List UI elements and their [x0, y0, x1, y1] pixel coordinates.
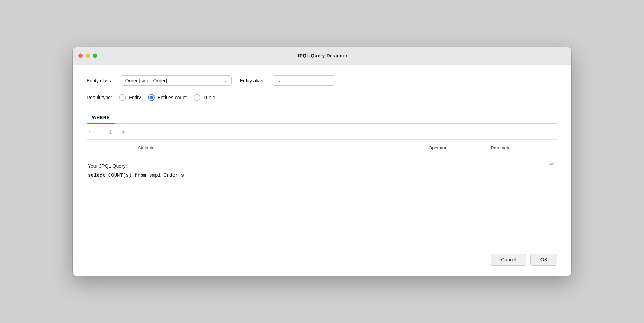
result-type-label: Result type: [87, 95, 112, 100]
window-title: JPQL Query Designer [297, 53, 347, 58]
dialog-content: Entity class: Order [smpl_Order] ⌄ Entit… [73, 65, 571, 276]
where-toolbar: + − [87, 124, 557, 140]
tabs-container: WHERE [87, 111, 557, 124]
tab-list: WHERE [87, 111, 557, 124]
entity-class-row: Entity class: Order [smpl_Order] ⌄ Entit… [87, 75, 557, 86]
result-type-radio-group: Entity Entities count Tuple [119, 94, 215, 101]
radio-entities-count[interactable]: Entities count [148, 94, 187, 101]
move-up-button[interactable] [106, 128, 115, 137]
cancel-button[interactable]: Cancel [491, 254, 526, 266]
copy-icon[interactable] [548, 163, 555, 171]
close-button[interactable] [78, 54, 83, 58]
move-up-icon [108, 129, 114, 135]
query-label: Your JPQL Query: [88, 163, 556, 169]
keyword-select: select [88, 173, 105, 178]
move-down-icon [120, 129, 126, 135]
radio-entities-count-outer [148, 94, 155, 101]
main-window: JPQL Query Designer Entity class: Order … [73, 47, 571, 276]
entity-alias-label: Entity alias: [240, 78, 265, 83]
radio-entity[interactable]: Entity [119, 94, 141, 101]
entity-class-dropdown[interactable]: Order [smpl_Order] ⌄ [121, 75, 232, 86]
table-header-attribute: Attribute [135, 144, 426, 152]
entity-class-value: Order [smpl_Order] [125, 78, 167, 83]
chevron-down-icon: ⌄ [224, 78, 227, 83]
query-middle: COUNT(s) [105, 173, 134, 178]
entity-alias-input[interactable] [273, 75, 335, 86]
window-controls [78, 54, 97, 58]
move-down-button[interactable] [119, 128, 128, 137]
radio-entity-label: Entity [129, 95, 141, 100]
query-section-wrapper: Your JPQL Query: select COUNT(s) from sm… [87, 163, 557, 179]
table-header-operator: Operator [426, 144, 488, 152]
remove-condition-button[interactable]: − [97, 128, 103, 136]
titlebar: JPQL Query Designer [73, 47, 571, 65]
maximize-button[interactable] [93, 54, 97, 58]
query-section: Your JPQL Query: select COUNT(s) from sm… [87, 163, 557, 179]
radio-tuple-label: Tuple [203, 95, 215, 100]
radio-entity-outer [119, 94, 126, 101]
table-header-checkbox-col [87, 144, 135, 152]
radio-entities-count-label: Entities count [158, 95, 187, 100]
radio-tuple[interactable]: Tuple [194, 94, 215, 101]
radio-tuple-outer [194, 94, 200, 101]
dialog-footer: Cancel OK [87, 248, 557, 266]
ok-button[interactable]: OK [530, 254, 557, 266]
query-code: select COUNT(s) from smpl_Order s [88, 172, 556, 179]
minimize-button[interactable] [86, 54, 90, 58]
entity-class-label: Entity class: [87, 78, 113, 83]
keyword-from: from [134, 173, 146, 178]
tab-where[interactable]: WHERE [87, 111, 115, 123]
svg-rect-5 [549, 165, 553, 169]
table-header-parameter: Parameter [488, 144, 557, 152]
conditions-table-header: Attribute Operator Parameter [87, 141, 557, 155]
add-condition-button[interactable]: + [87, 128, 93, 136]
radio-entities-count-inner [150, 96, 153, 99]
result-type-row: Result type: Entity Entities count [87, 94, 557, 101]
query-tail: smpl_Order s [146, 173, 184, 178]
